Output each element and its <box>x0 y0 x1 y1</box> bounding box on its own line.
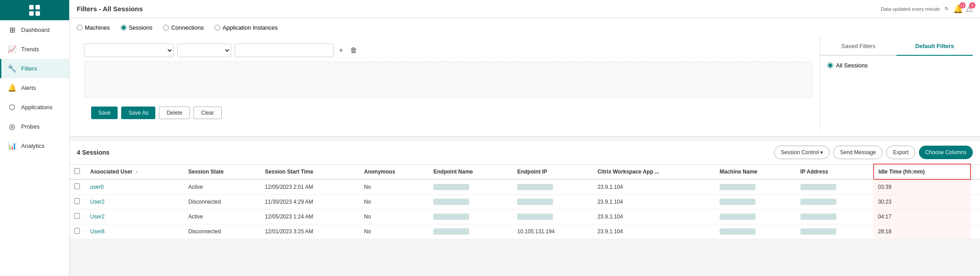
row-more-0[interactable] <box>971 179 980 195</box>
radio-connections[interactable]: Connections <box>163 24 203 31</box>
sidebar-item-applications[interactable]: ⬡ Applications <box>0 98 69 117</box>
row-anonymous-0: No <box>360 179 429 195</box>
row-citrix-0: 23.9.1.104 <box>593 179 715 195</box>
filter-right: Saved Filters Default Filters All Sessio… <box>820 37 973 130</box>
row-more-2[interactable] <box>971 209 980 224</box>
choose-columns-button[interactable]: Choose Columns <box>919 146 973 159</box>
delete-button[interactable]: Delete <box>159 107 190 119</box>
radio-app-instances[interactable]: Application Instances <box>215 24 278 31</box>
svg-rect-3 <box>35 11 40 16</box>
filter-section: Machines Sessions Connections Applicatio… <box>70 18 980 137</box>
row-more-3[interactable] <box>971 224 980 239</box>
radio-connections-input[interactable] <box>163 25 169 31</box>
session-control-button[interactable]: Session Control ▾ <box>774 146 830 159</box>
col-anonymous[interactable]: Anonymous <box>360 164 429 179</box>
radio-app-instances-input[interactable] <box>215 25 220 31</box>
row-more-1[interactable] <box>971 194 980 209</box>
sidebar-item-label: Probes <box>21 123 40 130</box>
filter-tab-content: All Sessions <box>820 56 973 75</box>
row-user-2[interactable]: User2 <box>86 209 184 224</box>
row-checkbox-1[interactable] <box>70 194 86 209</box>
col-endpoint-name[interactable]: Endpoint Name <box>429 164 513 179</box>
row-select-1[interactable] <box>74 198 80 204</box>
refresh-icon[interactable]: ↻ <box>945 6 949 12</box>
filter-select-2[interactable] <box>177 44 231 57</box>
col-ip-address[interactable]: IP Address <box>796 164 874 179</box>
col-idle-time[interactable]: Idle Time (hh:mm) <box>874 164 971 179</box>
filter-input[interactable] <box>235 44 334 57</box>
tab-saved-filters[interactable]: Saved Filters <box>820 37 897 56</box>
radio-sessions-label: Sessions <box>129 24 153 31</box>
tab-default-filters[interactable]: Default Filters <box>897 37 973 56</box>
probes-icon: ◎ <box>8 122 17 131</box>
row-start-time-3: 12/01/2023 3:25 AM <box>260 224 360 239</box>
row-endpoint-name-2: ████████ <box>429 209 513 224</box>
row-select-0[interactable] <box>74 183 80 189</box>
row-user-0[interactable]: user0 <box>86 179 184 195</box>
add-filter-button[interactable]: + <box>337 45 345 55</box>
svg-rect-2 <box>29 11 34 16</box>
sidebar-item-trends[interactable]: 📈 Trends <box>0 40 69 59</box>
row-select-3[interactable] <box>74 228 80 234</box>
radio-sessions[interactable]: Sessions <box>121 24 153 31</box>
col-checkbox[interactable] <box>70 164 86 179</box>
alerts-badge[interactable]: 🔔 11 <box>953 4 963 14</box>
sidebar-item-label: Applications <box>21 104 53 111</box>
filters-icon: 🔧 <box>8 64 17 73</box>
col-start-time[interactable]: Session Start Time <box>260 164 360 179</box>
all-sessions-radio[interactable] <box>827 62 833 68</box>
notif-count: 5 <box>969 2 976 9</box>
filter-empty-area <box>84 62 813 98</box>
col-more[interactable] <box>971 164 980 179</box>
row-checkbox-0[interactable] <box>70 179 86 195</box>
row-user-1[interactable]: User2 <box>86 194 184 209</box>
sidebar-item-label: Alerts <box>21 85 36 91</box>
sidebar-item-filters[interactable]: 🔧 Filters <box>0 59 69 78</box>
save-as-button[interactable]: Save As <box>121 107 155 119</box>
select-all-checkbox[interactable] <box>74 168 80 174</box>
sidebar-item-analytics[interactable]: 📊 Analytics <box>0 136 69 156</box>
topbar-right: Data updated every minute ↻ 🔔 11 ⚠ 5 <box>881 4 973 14</box>
filter-tabs: Saved Filters Default Filters <box>820 37 973 56</box>
row-endpoint-name-0: ████████ <box>429 179 513 195</box>
radio-machines[interactable]: Machines <box>77 24 110 31</box>
sidebar-item-label: Filters <box>21 65 37 72</box>
row-checkbox-2[interactable] <box>70 209 86 224</box>
all-sessions-label: All Sessions <box>836 62 868 69</box>
alerts-icon: 🔔 <box>8 84 17 92</box>
sidebar-item-probes[interactable]: ◎ Probes <box>0 117 69 136</box>
trends-icon: 📈 <box>8 45 17 53</box>
sidebar-item-label: Dashboard <box>21 27 50 33</box>
notifications-badge[interactable]: ⚠ 5 <box>966 4 973 14</box>
col-associated-user[interactable]: Associated User ↑ <box>86 164 184 179</box>
sidebar-item-dashboard[interactable]: ⊞ Dashboard <box>0 20 69 40</box>
sessions-count: 4 Sessions <box>77 149 110 156</box>
radio-machines-input[interactable] <box>77 25 83 31</box>
col-citrix-workspace[interactable]: Citrix Workspace App ... <box>593 164 715 179</box>
delete-filter-button[interactable]: 🗑 <box>348 45 359 55</box>
export-button[interactable]: Export <box>886 146 915 159</box>
row-machine-name-2: ████████ <box>715 209 796 224</box>
all-sessions-option[interactable]: All Sessions <box>827 62 966 69</box>
row-endpoint-ip-1: ████████ <box>513 194 593 209</box>
dashboard-icon: ⊞ <box>8 26 17 34</box>
row-idle-time-2: 04:17 <box>874 209 971 224</box>
col-session-state[interactable]: Session State <box>184 164 260 179</box>
radio-connections-label: Connections <box>171 24 203 31</box>
table-wrapper: Associated User ↑ Session State Session … <box>70 164 980 239</box>
save-button[interactable]: Save <box>91 107 118 119</box>
row-user-3[interactable]: User8 <box>86 224 184 239</box>
filter-select-1[interactable] <box>84 44 174 57</box>
row-checkbox-3[interactable] <box>70 224 86 239</box>
sidebar-item-alerts[interactable]: 🔔 Alerts <box>0 78 69 98</box>
topbar-icons: 🔔 11 ⚠ 5 <box>953 4 973 14</box>
row-select-2[interactable] <box>74 213 80 219</box>
filter-main-area: + 🗑 Save Save As Delete Clear <box>77 37 973 130</box>
row-endpoint-ip-3: 10.105.131.194 <box>513 224 593 239</box>
send-message-button[interactable]: Send Message <box>833 146 883 159</box>
clear-button[interactable]: Clear <box>193 107 222 119</box>
radio-sessions-input[interactable] <box>121 25 127 31</box>
sessions-table: Associated User ↑ Session State Session … <box>70 164 980 239</box>
col-machine-name[interactable]: Machine Name <box>715 164 796 179</box>
col-endpoint-ip[interactable]: Endpoint IP <box>513 164 593 179</box>
